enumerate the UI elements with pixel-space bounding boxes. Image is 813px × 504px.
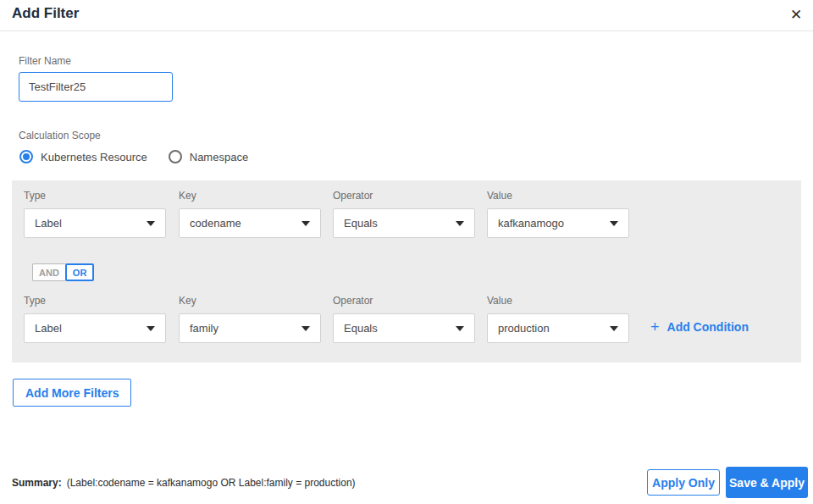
plus-icon: + bbox=[650, 319, 660, 335]
value-label: Value bbox=[487, 190, 629, 202]
operator-select-value: Equals bbox=[344, 322, 378, 335]
chevron-down-icon bbox=[147, 326, 155, 331]
condition-2-value-cell: Value production bbox=[487, 295, 629, 343]
conditions-panel: Type Label Key codename Operator Equals bbox=[12, 180, 801, 363]
or-toggle-button[interactable]: OR bbox=[65, 263, 95, 281]
type-select-value: Label bbox=[35, 217, 62, 230]
chevron-down-icon bbox=[147, 221, 155, 226]
add-condition-label: Add Condition bbox=[667, 320, 749, 334]
chevron-down-icon bbox=[610, 221, 618, 226]
condition-1-type-cell: Type Label bbox=[24, 190, 166, 238]
value-select[interactable]: kafkanamogo bbox=[487, 208, 629, 238]
type-label: Type bbox=[24, 190, 166, 202]
operator-select[interactable]: Equals bbox=[333, 313, 475, 343]
key-select-value: family bbox=[190, 322, 218, 335]
condition-1-value-cell: Value kafkanamogo bbox=[487, 190, 629, 238]
filter-name-label: Filter Name bbox=[19, 55, 71, 67]
operator-select-value: Equals bbox=[344, 217, 378, 230]
key-select[interactable]: codename bbox=[179, 208, 321, 238]
value-select-value: production bbox=[498, 322, 550, 335]
radio-kubernetes-resource[interactable]: Kubernetes Resource bbox=[19, 150, 147, 163]
save-apply-button[interactable]: Save & Apply bbox=[726, 467, 808, 498]
value-select-value: kafkanamogo bbox=[498, 217, 564, 230]
add-filter-dialog: Add Filter ✕ Filter Name Calculation Sco… bbox=[0, 0, 813, 504]
operator-select[interactable]: Equals bbox=[333, 208, 475, 238]
chevron-down-icon bbox=[301, 221, 310, 226]
apply-only-button[interactable]: Apply Only bbox=[647, 469, 720, 496]
chevron-down-icon bbox=[301, 326, 310, 331]
condition-1-key-cell: Key codename bbox=[179, 190, 321, 238]
key-label: Key bbox=[179, 295, 321, 307]
key-select-value: codename bbox=[190, 217, 241, 230]
key-select[interactable]: family bbox=[179, 313, 321, 343]
condition-2-type-cell: Type Label bbox=[24, 295, 166, 343]
type-select[interactable]: Label bbox=[24, 313, 166, 343]
key-label: Key bbox=[179, 190, 321, 202]
radio-namespace[interactable]: Namespace bbox=[169, 150, 248, 163]
summary: Summary:(Label:codename = kafkanamogo OR… bbox=[12, 477, 356, 489]
radio-selected-icon bbox=[19, 150, 33, 163]
condition-1-operator-cell: Operator Equals bbox=[333, 190, 475, 238]
add-condition-button[interactable]: + Add Condition bbox=[650, 319, 749, 335]
dialog-title: Add Filter bbox=[12, 5, 79, 22]
radio-label: Kubernetes Resource bbox=[41, 151, 147, 163]
condition-2-key-cell: Key family bbox=[179, 295, 321, 343]
condition-2-operator-cell: Operator Equals bbox=[333, 295, 475, 343]
and-or-toggle: AND OR bbox=[32, 263, 94, 281]
chevron-down-icon bbox=[456, 326, 464, 331]
operator-label: Operator bbox=[333, 295, 475, 307]
header-divider bbox=[0, 30, 813, 31]
filter-name-input[interactable] bbox=[19, 72, 173, 102]
close-icon[interactable]: ✕ bbox=[786, 5, 806, 25]
value-select[interactable]: production bbox=[487, 313, 629, 343]
type-label: Type bbox=[24, 295, 166, 307]
summary-text: (Label:codename = kafkanamogo OR Label:f… bbox=[67, 477, 356, 489]
radio-unselected-icon bbox=[169, 150, 182, 163]
radio-label: Namespace bbox=[190, 151, 248, 163]
calculation-scope-label: Calculation Scope bbox=[19, 130, 101, 141]
operator-label: Operator bbox=[333, 190, 475, 202]
type-select[interactable]: Label bbox=[24, 208, 166, 238]
chevron-down-icon bbox=[456, 221, 464, 226]
value-label: Value bbox=[487, 295, 629, 307]
type-select-value: Label bbox=[35, 322, 62, 335]
chevron-down-icon bbox=[610, 326, 618, 331]
add-more-filters-button[interactable]: Add More Filters bbox=[13, 379, 131, 407]
and-toggle-button[interactable]: AND bbox=[32, 263, 65, 281]
summary-label: Summary: bbox=[12, 477, 62, 489]
calculation-scope-options: Kubernetes Resource Namespace bbox=[19, 150, 248, 163]
